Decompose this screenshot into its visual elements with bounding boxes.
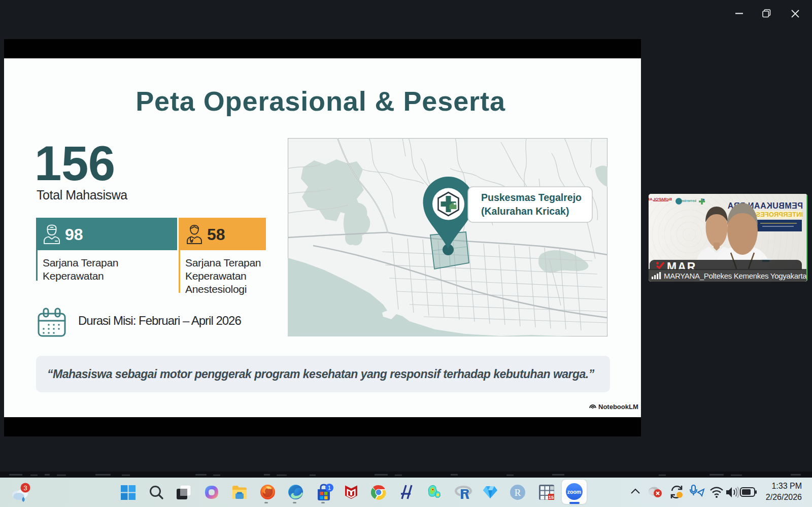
svg-text:zoom: zoom <box>567 489 581 495</box>
svg-text:15: 15 <box>549 494 554 500</box>
svg-text:3: 3 <box>23 484 27 492</box>
svg-text:(Kalurahan Kricak): (Kalurahan Kricak) <box>481 206 569 217</box>
svg-text:1: 1 <box>328 485 331 491</box>
svg-text:R: R <box>515 487 521 498</box>
svg-text:Puskesmas Tegalrejo: Puskesmas Tegalrejo <box>481 192 582 203</box>
